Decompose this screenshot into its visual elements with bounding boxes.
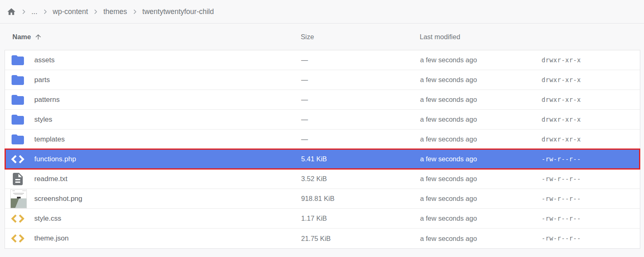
file-name-cell: patterns xyxy=(34,96,301,104)
folder-icon xyxy=(10,53,25,68)
file-icon-cell xyxy=(5,112,34,127)
file-name-cell: parts xyxy=(34,76,301,84)
code-icon xyxy=(10,211,25,226)
file-size: — xyxy=(301,96,420,104)
file-permissions: drwxr-xr-x xyxy=(542,116,640,123)
file-row-readme.txt[interactable]: readme.txt 3.52 KiB a few seconds ago -r… xyxy=(5,169,640,189)
file-size: 3.52 KiB xyxy=(301,175,420,183)
file-size: 5.41 KiB xyxy=(301,155,420,163)
file-size: — xyxy=(301,116,420,123)
modified-column-header[interactable]: Last modified xyxy=(420,33,541,41)
file-permissions: -rw-r--r-- xyxy=(542,235,640,242)
chevron-right-icon xyxy=(132,9,138,15)
file-row-parts[interactable]: parts — a few seconds ago drwxr-xr-x xyxy=(5,70,640,90)
file-icon-cell xyxy=(5,189,34,208)
breadcrumb-item[interactable]: themes xyxy=(103,7,127,16)
file-name: assets xyxy=(34,56,55,64)
text-icon xyxy=(10,172,25,186)
file-permissions: drwxr-xr-x xyxy=(542,76,640,84)
file-size: 1.17 KiB xyxy=(301,215,420,222)
file-name-cell: style.css xyxy=(34,215,301,223)
file-modified: a few seconds ago xyxy=(420,116,542,123)
file-modified: a few seconds ago xyxy=(420,76,542,84)
file-row-templates[interactable]: templates — a few seconds ago drwxr-xr-x xyxy=(5,130,640,149)
sort-ascending-icon xyxy=(34,33,42,41)
code-icon xyxy=(10,231,25,246)
file-name: templates xyxy=(34,135,65,143)
file-permissions: drwxr-xr-x xyxy=(542,96,640,104)
chevron-right-icon xyxy=(93,9,99,15)
file-size: — xyxy=(301,135,420,143)
file-table-body: assets — a few seconds ago drwxr-xr-x pa… xyxy=(5,50,640,249)
file-row-assets[interactable]: assets — a few seconds ago drwxr-xr-x xyxy=(5,50,640,70)
file-modified: a few seconds ago xyxy=(420,175,542,183)
file-name-cell: styles xyxy=(34,116,301,124)
file-name: style.css xyxy=(34,215,61,222)
file-name: theme.json xyxy=(34,234,69,242)
file-icon-cell xyxy=(5,211,34,226)
folder-icon xyxy=(10,132,25,147)
home-button[interactable] xyxy=(7,7,16,17)
file-permissions: -rw-r--r-- xyxy=(542,175,640,183)
table-header: Name Size Last modified xyxy=(5,24,639,50)
file-name-cell: readme.txt xyxy=(34,175,301,183)
file-name: screenshot.png xyxy=(34,195,82,203)
breadcrumb: ... wp-content themes twentytwentyfour-c… xyxy=(0,0,644,24)
file-row-style.css[interactable]: style.css 1.17 KiB a few seconds ago -rw… xyxy=(5,209,640,229)
file-name: functions.php xyxy=(34,155,76,163)
image-thumbnail xyxy=(10,189,27,208)
file-modified: a few seconds ago xyxy=(420,155,542,163)
chevron-right-icon xyxy=(42,9,48,15)
file-permissions: drwxr-xr-x xyxy=(542,57,640,64)
file-name-cell: templates xyxy=(34,135,301,144)
file-name: parts xyxy=(34,76,50,84)
file-icon-cell xyxy=(5,152,34,167)
file-name: patterns xyxy=(34,96,59,104)
file-modified: a few seconds ago xyxy=(420,96,542,104)
file-row-styles[interactable]: styles — a few seconds ago drwxr-xr-x xyxy=(5,110,640,130)
file-name: styles xyxy=(34,116,52,123)
chevron-right-icon xyxy=(21,9,27,15)
file-row-functions.php[interactable]: functions.php 5.41 KiB a few seconds ago… xyxy=(5,149,640,169)
file-row-theme.json[interactable]: theme.json 21.75 KiB a few seconds ago -… xyxy=(5,229,640,248)
file-row-screenshot.png[interactable]: screenshot.png 918.81 KiB a few seconds … xyxy=(5,189,640,209)
name-column-label: Name xyxy=(12,33,31,41)
folder-icon xyxy=(10,92,25,107)
breadcrumb-items: ... wp-content themes twentytwentyfour-c… xyxy=(16,7,214,16)
file-permissions: -rw-r--r-- xyxy=(542,195,640,203)
file-modified: a few seconds ago xyxy=(420,56,542,64)
breadcrumb-item[interactable]: twentytwentyfour-child xyxy=(143,7,214,16)
file-name-cell: screenshot.png xyxy=(34,195,301,203)
file-row-patterns[interactable]: patterns — a few seconds ago drwxr-xr-x xyxy=(5,90,640,110)
name-column-header[interactable]: Name xyxy=(5,33,301,41)
file-name: readme.txt xyxy=(34,175,67,183)
file-modified: a few seconds ago xyxy=(420,235,542,243)
file-permissions: -rw-r--r-- xyxy=(542,215,640,222)
home-icon xyxy=(7,7,16,17)
file-modified: a few seconds ago xyxy=(420,215,542,222)
file-size: 918.81 KiB xyxy=(301,195,420,203)
file-name-cell: assets xyxy=(34,56,301,64)
file-icon-cell xyxy=(5,172,34,186)
size-column-header[interactable]: Size xyxy=(301,33,420,41)
file-size: 21.75 KiB xyxy=(301,235,420,243)
file-modified: a few seconds ago xyxy=(420,195,542,203)
breadcrumb-item[interactable]: ... xyxy=(31,7,38,16)
file-icon-cell xyxy=(5,73,34,87)
folder-icon xyxy=(10,73,25,87)
folder-icon xyxy=(10,112,25,127)
file-icon-cell xyxy=(5,53,34,68)
file-size: — xyxy=(301,56,420,64)
file-permissions: drwxr-xr-x xyxy=(542,136,640,143)
file-name-cell: theme.json xyxy=(34,234,301,243)
file-icon-cell xyxy=(5,92,34,107)
file-modified: a few seconds ago xyxy=(420,135,542,143)
file-icon-cell xyxy=(5,231,34,246)
file-permissions: -rw-r--r-- xyxy=(542,156,640,163)
file-icon-cell xyxy=(5,132,34,147)
file-name-cell: functions.php xyxy=(34,155,301,163)
file-size: — xyxy=(301,76,420,84)
code-icon xyxy=(10,152,25,167)
breadcrumb-item[interactable]: wp-content xyxy=(53,7,88,16)
